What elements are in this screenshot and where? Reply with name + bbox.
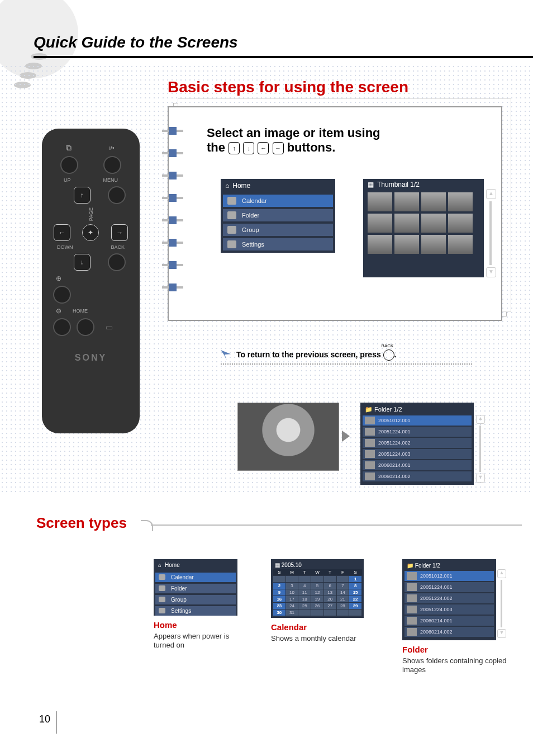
folder-row[interactable]: 20060214.002 (363, 471, 472, 481)
folder-icon (227, 211, 236, 219)
thumb[interactable] (394, 214, 419, 233)
thumb[interactable] (421, 235, 446, 254)
thumb[interactable] (421, 192, 446, 211)
card-desc: Shows a monthly calendar (271, 634, 372, 643)
card-home: ⌂Home Calendar Folder Group Settings Hom… (154, 559, 249, 650)
thumbnail-screen-preview: ▦Thumbnail 1/2 ▲ ▼ (363, 179, 484, 277)
folder-scrollbar: ▲▼ (497, 569, 505, 638)
brand-logo: SONY (42, 353, 140, 363)
card-desc: Shows folders containing copied images (402, 656, 514, 675)
folder-icon: 📁 (365, 406, 373, 413)
thumb[interactable] (448, 214, 473, 233)
page-number: 10 (39, 714, 50, 725)
arrow-right-icon: → (273, 142, 284, 154)
arrow-left-button[interactable]: ← (54, 224, 70, 241)
thumb[interactable] (448, 235, 473, 254)
menu-item: Calendar (155, 573, 236, 582)
folder-icon: 📁 (407, 563, 413, 569)
folder-row: 20060214.001 (404, 616, 494, 626)
album-icon: ▭ (106, 323, 113, 332)
menu-item-settings[interactable]: Settings (223, 238, 333, 251)
folder-row[interactable]: 20060214.001 (363, 460, 472, 470)
thumb[interactable] (421, 214, 446, 233)
thumb[interactable] (368, 192, 392, 211)
folder-row: 20051224.003 (404, 604, 494, 615)
home-label: HOME (73, 308, 88, 314)
settings-icon (227, 240, 236, 248)
menu-item: Settings (155, 606, 236, 616)
menu-item-calendar[interactable]: Calendar (223, 195, 333, 207)
card-calendar: ▦ 2005.10 SMTWTFS 1234567891011121314151… (271, 559, 372, 643)
page-label: PAGE (88, 207, 94, 221)
tip-text: To return to the previous screen, press … (221, 349, 396, 361)
tip-underline (221, 363, 472, 365)
folder-scrollbar[interactable]: ▲▼ (476, 415, 484, 483)
folder-row[interactable]: 20051224.003 (363, 449, 472, 459)
binder-rings (162, 112, 187, 306)
card-folder: 📁 Folder 1/2 20051012.001 20051224.001 2… (402, 559, 514, 675)
thumb[interactable] (394, 192, 419, 211)
menu-item: Group (155, 595, 236, 604)
thumbnail-scrollbar[interactable]: ▲ ▼ (486, 189, 495, 275)
thumbnail-header: Thumbnail 1/2 (377, 181, 420, 188)
menu-item: Folder (155, 584, 236, 593)
card-title: Home (154, 620, 249, 630)
zoom-out-button[interactable] (53, 318, 71, 336)
menu-item-folder[interactable]: Folder (223, 209, 333, 221)
folder-row: 20060214.002 (404, 627, 494, 637)
home-button[interactable] (77, 318, 94, 336)
menu-item-group[interactable]: Group (223, 224, 333, 236)
arrow-down-button[interactable]: ↓ (74, 254, 91, 271)
calendar-icon: ▦ (275, 562, 280, 568)
card-title: Folder (402, 645, 514, 654)
back-button-icon: BACK (383, 349, 394, 361)
page-title: Quick Guide to the Screens (34, 34, 238, 51)
menu-button[interactable] (108, 186, 126, 204)
folder-screen-thumb: 📁 Folder 1/2 20051012.001 20051224.001 2… (402, 559, 496, 640)
power-button[interactable] (103, 156, 121, 174)
folder-row[interactable]: 20051224.002 (363, 438, 472, 448)
remote-illustration: ⧉I/∘ UPMENU ↑ PAGE ←✦→ DOWNBACK ↓ ⊕ ⊖HOM… (42, 129, 140, 433)
folder-row: 20051012.001 (404, 571, 494, 581)
zoom-in-icon: ⊕ (56, 275, 61, 282)
arrow-left-icon: ← (258, 142, 269, 154)
folder-row[interactable]: 20051012.001 (363, 415, 472, 426)
calendar-icon (227, 197, 236, 205)
calendar-screen-thumb: ▦ 2005.10 SMTWTFS 1234567891011121314151… (271, 559, 364, 618)
zoom-out-icon: ⊖ (56, 307, 61, 315)
card-desc: Appears when power is turned on (154, 632, 249, 650)
group-icon (227, 226, 236, 234)
arrow-right-button[interactable]: → (111, 224, 128, 241)
folder-row: 20051224.002 (404, 593, 494, 603)
folder-row: 20051224.001 (404, 582, 494, 592)
down-label: DOWN (57, 244, 73, 250)
power-label: I/∘ (109, 145, 115, 151)
title-rule (34, 56, 533, 58)
folder-header: Folder 1/2 (374, 406, 402, 413)
photo-preview (237, 403, 339, 471)
home-header: Home (232, 182, 250, 190)
calendar-table: SMTWTFS 12345678910111213141516171819202… (273, 569, 362, 616)
home-icon: ⌂ (158, 562, 161, 568)
thumb[interactable] (448, 192, 473, 211)
scroll-up-icon[interactable]: ▲ (486, 189, 496, 199)
section-heading-basic: Basic steps for using the screen (168, 78, 408, 96)
screen-switch-button[interactable] (60, 156, 78, 174)
back-button[interactable] (108, 253, 126, 271)
thumb[interactable] (394, 235, 419, 254)
folder-row[interactable]: 20051224.001 (363, 427, 472, 437)
up-label: UP (64, 177, 71, 183)
arrow-down-icon: ↓ (243, 142, 254, 154)
card-title: Calendar (271, 622, 372, 632)
arrow-up-icon: ↑ (229, 142, 240, 154)
home-screen-thumb: ⌂Home Calendar Folder Group Settings (154, 559, 237, 616)
arrow-up-button[interactable]: ↑ (74, 187, 91, 204)
menu-label: MENU (103, 177, 118, 183)
thumb[interactable] (368, 235, 392, 254)
zoom-in-button[interactable] (53, 286, 71, 304)
thumb[interactable] (368, 214, 392, 233)
folder-screen-preview: 📁 Folder 1/2 20051012.001 20051224.001 2… (360, 403, 474, 485)
screen-switch-icon: ⧉ (66, 143, 72, 153)
enter-button[interactable]: ✦ (82, 224, 99, 241)
scroll-down-icon[interactable]: ▼ (486, 267, 496, 277)
